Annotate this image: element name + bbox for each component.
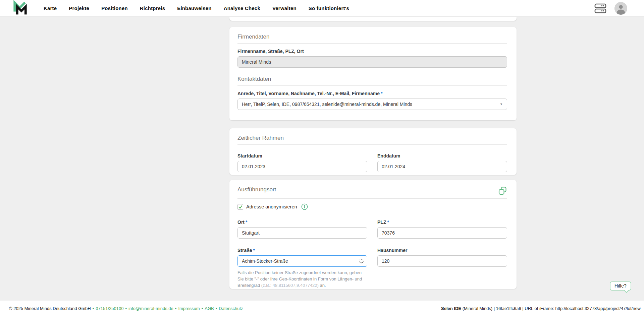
footer-link-email[interactable]: info@mineral-minds.de bbox=[128, 306, 173, 311]
zip-group: PLZ* bbox=[377, 214, 507, 239]
city-label-text: Ort bbox=[237, 219, 245, 225]
footer-separator: • bbox=[125, 306, 127, 311]
nav-item-richtpreis[interactable]: Richtpreis bbox=[140, 5, 165, 11]
ide-session-info: (Mineral Minds) | 16fae1ffc6a6 | URL of … bbox=[463, 306, 641, 311]
previous-card-bottom-edge bbox=[229, 17, 517, 21]
mineral-minds-logo-icon bbox=[11, 0, 29, 17]
street-field[interactable] bbox=[237, 255, 367, 267]
server-icon[interactable] bbox=[594, 3, 606, 13]
footer-link-impressum[interactable]: Impressum bbox=[178, 306, 200, 311]
anonymize-address-checkbox[interactable] bbox=[237, 204, 243, 210]
city-field[interactable] bbox=[237, 227, 367, 239]
divider bbox=[237, 43, 507, 44]
anonymize-address-row: Adresse anonymisieren bbox=[237, 203, 507, 210]
footer-left: © 2025 Mineral Minds Deutschland GmbH•07… bbox=[9, 306, 243, 311]
company-name-label: Firmenname, Straße, PLZ, Ort bbox=[237, 49, 507, 54]
street-hint-text: Falls die Position keiner Straße zugeord… bbox=[237, 270, 367, 289]
start-date-field[interactable] bbox=[237, 161, 367, 172]
start-date-label: Startdatum bbox=[237, 153, 367, 159]
nav-item-verwalten[interactable]: Verwalten bbox=[272, 5, 297, 11]
street-hint-suffix: an. bbox=[320, 283, 326, 288]
house-number-field[interactable] bbox=[377, 255, 507, 267]
footer-link-datenschutz[interactable]: Datenschutz bbox=[219, 306, 243, 311]
top-navbar: Karte Projekte Positionen Richtpreis Ein… bbox=[0, 0, 644, 17]
card-title-firmendaten: Firmendaten bbox=[237, 34, 507, 40]
anonymize-address-label: Adresse anonymisieren bbox=[246, 204, 297, 209]
city-group: Ort* bbox=[237, 214, 367, 239]
ide-name: Selen IDE bbox=[441, 306, 461, 311]
start-date-group: Startdatum bbox=[237, 148, 367, 172]
required-marker: * bbox=[253, 248, 255, 253]
checkmark-icon bbox=[238, 205, 243, 209]
card-title-kontaktdaten: Kontaktdaten bbox=[237, 76, 507, 82]
required-marker: * bbox=[381, 91, 382, 96]
footer-separator: • bbox=[216, 306, 217, 311]
city-label: Ort* bbox=[237, 219, 367, 225]
company-name-field bbox=[237, 56, 507, 68]
execution-location-card: Ausführungsort Adresse anonymisieren bbox=[229, 180, 517, 289]
loading-spinner-icon bbox=[359, 259, 364, 263]
end-date-group: Enddatum bbox=[377, 148, 507, 172]
end-date-field[interactable] bbox=[377, 161, 507, 172]
street-label-text: Straße bbox=[237, 248, 252, 253]
copyright-text: © 2025 Mineral Minds Deutschland GmbH bbox=[9, 306, 91, 311]
footer-link-phone[interactable]: 07151/250100 bbox=[96, 306, 123, 311]
nav-item-projekte[interactable]: Projekte bbox=[69, 5, 89, 11]
info-icon[interactable] bbox=[301, 203, 308, 210]
help-button[interactable]: Hilfe? bbox=[610, 281, 631, 291]
house-number-group: Hausnummer bbox=[377, 243, 507, 289]
copy-icon[interactable] bbox=[498, 186, 507, 195]
required-marker: * bbox=[387, 219, 389, 225]
app-logo[interactable] bbox=[11, 0, 29, 17]
nav-item-karte[interactable]: Karte bbox=[44, 5, 57, 11]
user-avatar-icon[interactable] bbox=[614, 2, 627, 15]
card-title-ausfuehrungsort: Ausführungsort bbox=[237, 186, 276, 193]
street-hint-example: (z.B.: 48.8115607,9.4077422) bbox=[261, 283, 319, 288]
footer-separator: • bbox=[202, 306, 203, 311]
zip-label-text: PLZ bbox=[377, 219, 386, 225]
dropdown-caret-icon: ▼ bbox=[500, 103, 503, 106]
company-data-card: Firmendaten Firmenname, Straße, PLZ, Ort… bbox=[229, 27, 517, 120]
timeframe-card: Zeitlicher Rahmen Startdatum Enddatum bbox=[229, 128, 517, 175]
zip-field[interactable] bbox=[377, 227, 507, 239]
contact-person-selected-value: Herr, TitelP, Selen, IDE, 0987/654321, s… bbox=[242, 102, 412, 107]
required-marker: * bbox=[246, 219, 247, 225]
page-footer: © 2025 Mineral Minds Deutschland GmbH•07… bbox=[0, 301, 644, 316]
house-number-label: Hausnummer bbox=[377, 248, 507, 253]
footer-separator: • bbox=[175, 306, 177, 311]
nav-item-einbauweisen[interactable]: Einbauweisen bbox=[177, 5, 211, 11]
form-content-column: Firmendaten Firmenname, Straße, PLZ, Ort… bbox=[229, 0, 517, 316]
end-date-label: Enddatum bbox=[377, 153, 507, 159]
divider bbox=[237, 198, 507, 199]
main-navigation: Karte Projekte Positionen Richtpreis Ein… bbox=[44, 5, 349, 11]
street-group: Straße* Falls die Position keiner Straße… bbox=[237, 243, 367, 289]
contact-person-select[interactable]: Herr, TitelP, Selen, IDE, 0987/654321, s… bbox=[237, 99, 507, 110]
card-title-zeitlicher-rahmen: Zeitlicher Rahmen bbox=[237, 135, 507, 141]
footer-link-agb[interactable]: AGB bbox=[205, 306, 214, 311]
nav-item-analyse-check[interactable]: Analyse Check bbox=[224, 5, 260, 11]
footer-separator: • bbox=[93, 306, 94, 311]
nav-item-positionen[interactable]: Positionen bbox=[101, 5, 128, 11]
divider bbox=[237, 85, 507, 86]
nav-item-so-funktionierts[interactable]: So funktioniert's bbox=[309, 5, 349, 11]
navbar-right-actions bbox=[594, 2, 627, 15]
divider bbox=[237, 144, 507, 145]
street-label: Straße* bbox=[237, 248, 367, 253]
contact-person-label: Anrede, Titel, Vorname, Nachname, Tel.-N… bbox=[237, 91, 507, 96]
zip-label: PLZ* bbox=[377, 219, 507, 225]
footer-debug-info: Selen IDE (Mineral Minds) | 16fae1ffc6a6… bbox=[441, 306, 641, 311]
contact-person-label-text: Anrede, Titel, Vorname, Nachname, Tel.-N… bbox=[237, 91, 380, 96]
